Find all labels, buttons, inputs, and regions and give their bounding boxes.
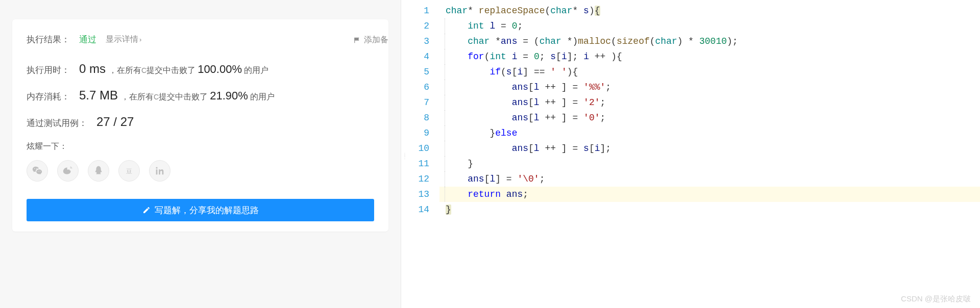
weibo-icon [62,165,74,176]
memory-mid: 提交中击败了 [159,92,208,102]
chevron-right-icon: › [139,36,141,43]
runtime-value: 0 ms [79,62,106,76]
code-line[interactable]: char *ans = (char *)malloc(sizeof(char) … [439,34,980,49]
write-solution-text: 写题解，分享我的解题思路 [155,204,259,216]
result-label: 执行结果： [27,34,70,45]
share-qq-button[interactable] [88,160,109,182]
runtime-lang: C [141,66,146,74]
svg-text:豆: 豆 [126,168,132,175]
code-line[interactable]: ans[l ++ ] = '0'; [439,110,980,125]
code-line[interactable]: ans[l ++ ] = '%%'; [439,80,980,95]
add-note-button[interactable]: 添加备 [354,35,388,45]
share-label: 炫耀一下： [27,141,374,152]
code-line[interactable]: if(s[i] == ' '){ [439,64,980,80]
runtime-percent: 100.00% [198,63,242,76]
watermark: CSDN @是张哈皮啵 [901,294,971,304]
status-badge: 通过 [79,34,96,45]
memory-prefix: ，在所有 [121,92,154,102]
testcases-row: 通过测试用例： 27 / 27 [27,115,374,129]
runtime-suffix: 的用户 [244,65,268,76]
code-line[interactable]: ans[l ++ ] = s[i]; [439,141,980,156]
code-line[interactable]: ans[l ++ ] = '2'; [439,95,980,110]
code-line[interactable]: ans[l] = '\0'; [439,171,980,187]
share-douban-button[interactable]: 豆 [118,160,140,182]
result-card: 执行结果： 通过 显示详情 › 添加备 执行用时： 0 ms ，在所有 C 提交… [12,19,388,232]
panel-divider[interactable]: ⋮⋮ [401,0,406,308]
share-weibo-button[interactable] [57,160,79,182]
line-gutter: 1234567891011121314 [406,0,436,217]
share-linkedin-button[interactable] [149,160,170,182]
memory-label: 内存消耗： [27,91,70,102]
flag-icon [354,37,361,44]
qq-icon [93,165,104,176]
code-line[interactable]: for(int i = 0; s[i]; i ++ ){ [439,49,980,64]
detail-link-text: 显示详情 [106,34,138,45]
share-wechat-button[interactable] [27,160,48,182]
code-editor[interactable]: 1234567891011121314 char* replaceSpace(c… [406,0,980,308]
memory-suffix: 的用户 [250,92,275,102]
pencil-icon [142,206,151,214]
code-line[interactable]: }else [439,125,980,141]
code-line[interactable]: } [439,202,980,217]
code-line[interactable]: return ans; [439,187,980,202]
code-line[interactable]: } [439,156,980,171]
runtime-label: 执行用时： [27,64,70,76]
runtime-prefix: ，在所有 [109,65,141,76]
memory-value: 5.7 MB [79,88,118,102]
show-details-link[interactable]: 显示详情 › [106,34,141,45]
testcases-label: 通过测试用例： [27,117,87,129]
code-content[interactable]: char* replaceSpace(char* s){ int l = 0; … [436,0,980,217]
runtime-row: 执行用时： 0 ms ，在所有 C 提交中击败了 100.00% 的用户 [27,62,374,76]
memory-row: 内存消耗： 5.7 MB ，在所有 C 提交中击败了 21.90% 的用户 [27,88,374,102]
memory-lang: C [154,93,159,101]
testcases-value: 27 / 27 [96,115,134,129]
result-row: 执行结果： 通过 显示详情 › 添加备 [27,34,374,45]
results-panel: 执行结果： 通过 显示详情 › 添加备 执行用时： 0 ms ，在所有 C 提交… [0,0,401,308]
wechat-icon [32,165,43,176]
linkedin-icon [154,165,165,176]
share-row: 豆 [27,160,374,182]
runtime-mid: 提交中击败了 [146,65,195,76]
write-solution-button[interactable]: 写题解，分享我的解题思路 [27,199,374,221]
add-note-text: 添加备 [364,35,388,45]
memory-percent: 21.90% [210,89,248,102]
douban-icon: 豆 [124,165,135,176]
code-line[interactable]: char* replaceSpace(char* s){ [439,3,980,18]
code-line[interactable]: int l = 0; [439,18,980,34]
